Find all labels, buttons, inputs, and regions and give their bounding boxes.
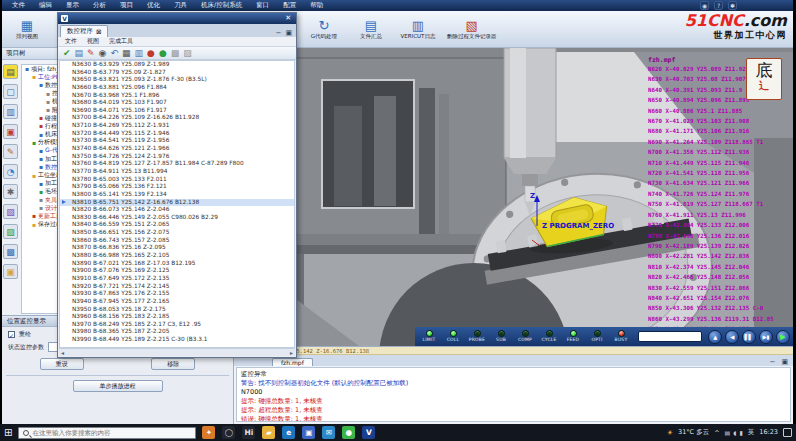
nc-line[interactable]: N3800 B-65.141 Y25.139 F2.134 xyxy=(60,191,294,199)
nc-line[interactable]: N3780 B-65.003 Y25.133 F2.011 xyxy=(60,176,294,184)
minimize-icon[interactable]: − xyxy=(274,29,284,37)
strip-icon[interactable]: ▩ xyxy=(3,244,18,259)
taskbar-app-icon[interactable]: ● xyxy=(342,426,355,439)
nc-line[interactable]: N3810 B-65.751 Y25.142 Z-16.676 B12.138 xyxy=(60,199,294,207)
start-button[interactable]: ⊞ xyxy=(4,428,12,438)
nc-line[interactable]: N3890 B-67.021 Y25.168 Z-17.03 B12.195 xyxy=(60,260,294,268)
nc-line[interactable]: N3850 B-66.651 Y25.156 Z-2.075 xyxy=(60,229,294,237)
menu-item[interactable]: 帮助 xyxy=(304,1,329,10)
nc-line[interactable]: N3720 B-64.449 Y25.115 Z-1.946 xyxy=(60,130,294,138)
vcr-button[interactable]: ▶ xyxy=(776,330,790,344)
strip-icon[interactable]: ▣ xyxy=(3,264,18,279)
nc-line[interactable]: N3900 B-67.076 Y25.169 Z-2.125 xyxy=(60,267,294,275)
nc-line[interactable]: N3990 B-68.449 Y25.189 Z-2.215 C-30 (B3.… xyxy=(60,336,294,344)
menu-item[interactable]: 显示 xyxy=(60,1,85,10)
nc-horizontal-scrollbar[interactable]: ◂ ▸ xyxy=(59,348,295,356)
menu-item[interactable]: 配置 xyxy=(277,1,302,10)
vcr-button[interactable]: ◀ xyxy=(725,330,739,344)
strip-icon[interactable]: ▤ xyxy=(3,64,18,79)
nc-line[interactable]: N3670 B-63.968 Y25.1 F1.896 xyxy=(60,92,294,100)
tray-icon[interactable]: ▤ xyxy=(725,429,731,436)
strip-icon[interactable]: ◔ xyxy=(3,164,18,179)
nc-program-tab[interactable]: 数控程序 ⊠ xyxy=(60,25,108,37)
nc-line[interactable]: N3940 B-67.945 Y25.177 Z-2.165 xyxy=(60,298,294,306)
tray-icon[interactable]: ▮ xyxy=(739,429,742,436)
search-input[interactable] xyxy=(32,429,191,437)
nc-line[interactable]: N3970 B-68.249 Y25.185 Z-2.17 C3, E12 .9… xyxy=(60,321,294,329)
nc-tool-icon[interactable]: ▦ xyxy=(122,49,131,58)
nc-line[interactable]: N3950 B-68.053 Y25.18 Z-2.175 xyxy=(60,306,294,314)
taskbar-app-icon[interactable]: e xyxy=(282,426,295,439)
nc-window-titlebar[interactable]: V ✕ xyxy=(58,13,296,24)
nc-line[interactable]: N3710 B-64.269 Y25.112 Z-1.931 xyxy=(60,122,294,130)
strip-icon[interactable]: ▣ xyxy=(3,124,18,139)
restore-icon[interactable]: ▣ xyxy=(283,29,294,37)
single-step-play-button[interactable]: 单步播放进程 xyxy=(73,380,163,392)
taskbar-app-icon[interactable]: V xyxy=(362,426,375,439)
nc-tool-icon[interactable]: ▥ xyxy=(135,49,144,58)
reset-button[interactable]: 重设 xyxy=(40,358,84,370)
nc-tool-icon[interactable]: ▨ xyxy=(183,49,192,58)
remove-button[interactable]: 移除 xyxy=(151,358,195,370)
weather-text[interactable]: 31°C 多云 xyxy=(678,428,709,437)
nc-line[interactable]: N3820 B-66.073 Y25.146 Z-2.046 xyxy=(60,206,294,214)
nc-line[interactable]: N3760 B-64.819 Y25.127 Z-17.857 B11.984 … xyxy=(60,160,294,168)
strip-icon[interactable]: ✎ xyxy=(3,144,18,159)
menu-item[interactable]: 项目 xyxy=(114,1,139,10)
nc-menu-item[interactable]: 视图 xyxy=(83,37,103,46)
toolbar-button[interactable]: ▥ VERICUT日志 xyxy=(396,13,440,46)
nc-line[interactable]: N3640 B-63.779 Y25.09 Z-1.827 xyxy=(60,69,294,77)
taskbar-app-icon[interactable]: ◯ xyxy=(222,426,235,439)
nc-menu-item[interactable]: 文件 xyxy=(61,37,81,46)
nc-line[interactable]: N3870 B-66.836 Y25.16 Z-2.095 xyxy=(60,244,294,252)
menu-item[interactable]: 编辑 xyxy=(33,1,58,10)
tray-icon[interactable]: ◖ xyxy=(733,429,736,436)
nc-line[interactable]: N3790 B-65.066 Y25.136 F2.121 xyxy=(60,183,294,191)
taskbar-clock[interactable]: 16:23 xyxy=(759,429,778,436)
hidden-icons-chevron[interactable]: ^ xyxy=(714,429,719,437)
scroll-right-icon[interactable]: ▸ xyxy=(290,349,293,356)
nc-line[interactable]: N3910 B-67.649 Y25.172 Z-2.135 xyxy=(60,275,294,283)
nc-line[interactable]: N3660 B-63.881 Y25.096 F1.884 xyxy=(60,84,294,92)
simulation-progress-bar[interactable] xyxy=(638,331,702,342)
nc-tool-icon[interactable]: ▤ xyxy=(75,49,84,58)
taskbar-app-icon[interactable]: Hi xyxy=(242,426,255,439)
nc-tool-icon[interactable]: ✎ xyxy=(87,49,95,58)
nc-line[interactable]: N3860 B-66.743 Y25.157 Z-2.085 xyxy=(60,237,294,245)
nc-line[interactable]: N3680 B-64.019 Y25.103 F1.907 xyxy=(60,99,294,107)
log-file-tab[interactable]: fzh.mpf xyxy=(272,358,313,366)
nc-line[interactable]: N3930 B-67.863 Y25.176 Z-2.155 xyxy=(60,290,294,298)
taskbar-app-icon[interactable]: ▣ xyxy=(302,426,315,439)
nc-line[interactable]: N3830 B-66.446 Y25.149 Z-2.055 C980.026 … xyxy=(60,214,294,222)
strip-icon[interactable]: ▨ xyxy=(3,224,18,239)
nc-line[interactable]: N3750 B-64.726 Y25.124 Z-1.976 xyxy=(60,153,294,161)
nc-menu-item[interactable]: 完成工具 xyxy=(105,37,137,46)
notification-center-icon[interactable] xyxy=(783,428,792,437)
nc-tool-icon[interactable]: ✔ xyxy=(63,49,71,58)
taskbar-search[interactable] xyxy=(18,427,196,439)
menu-item[interactable]: 优化 xyxy=(141,1,166,10)
menu-item[interactable]: 文件 xyxy=(6,1,31,10)
ime-indicator[interactable]: 英 xyxy=(748,428,755,437)
menu-item[interactable]: 窗口 xyxy=(250,1,275,10)
menu-item[interactable]: 机床/控制系统 xyxy=(195,1,248,10)
nc-line[interactable]: N3920 B-67.721 Y25.174 Z-2.145 xyxy=(60,283,294,291)
close-icon[interactable]: ✕ xyxy=(283,15,293,22)
strip-icon[interactable]: ▧ xyxy=(3,204,18,219)
nc-line[interactable]: N3770 B-64.911 Y25.13 B11.994 xyxy=(60,168,294,176)
vcr-button[interactable]: ▌▌ xyxy=(742,330,756,344)
nc-line[interactable]: N3630 B-63.929 Y25.089 Z-1.989 xyxy=(60,61,294,69)
nc-tool-icon[interactable]: ◉ xyxy=(99,49,107,58)
nc-tool-icon[interactable]: ▩ xyxy=(171,49,180,58)
strip-icon[interactable]: ▢ xyxy=(3,84,18,99)
nc-line[interactable]: N3880 B-66.988 Y25.165 Z-2.105 xyxy=(60,252,294,260)
nc-tool-icon[interactable]: ● xyxy=(147,49,155,58)
vcr-button[interactable]: ▲ xyxy=(708,330,722,344)
nc-line[interactable]: N3980 B-68.365 Y25.187 Z-2.205 xyxy=(60,328,294,336)
nc-line[interactable]: N3730 B-64.541 Y25.119 Z-1.956 xyxy=(60,137,294,145)
menu-item[interactable]: 分析 xyxy=(87,1,112,10)
nc-tool-icon[interactable]: ● xyxy=(159,49,167,58)
minimize-icon[interactable]: − xyxy=(767,358,779,366)
nc-line[interactable]: N3960 B-68.156 Y25.183 Z-2.185 xyxy=(60,313,294,321)
toolbar-button[interactable]: ▤ 文件汇总 xyxy=(349,13,393,46)
